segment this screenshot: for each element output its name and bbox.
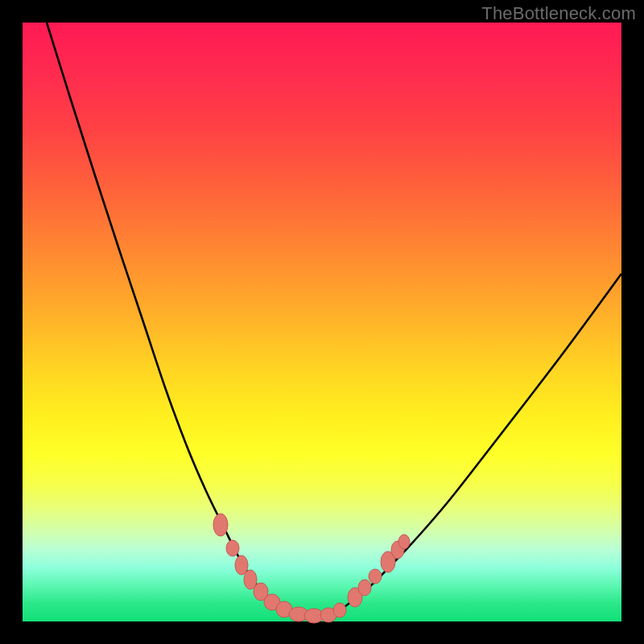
- watermark-text: TheBottleneck.com: [481, 3, 636, 24]
- curve-marker: [333, 603, 346, 617]
- curve-marker: [226, 540, 239, 556]
- chart-plot-area: [23, 23, 621, 621]
- bottleneck-curve: [47, 23, 621, 617]
- curve-markers: [213, 514, 410, 623]
- curve-marker: [398, 535, 410, 549]
- chart-svg: [23, 23, 621, 621]
- chart-frame: TheBottleneck.com: [0, 0, 644, 644]
- curve-marker: [358, 580, 371, 596]
- curve-marker: [369, 569, 382, 584]
- curve-marker: [213, 514, 228, 536]
